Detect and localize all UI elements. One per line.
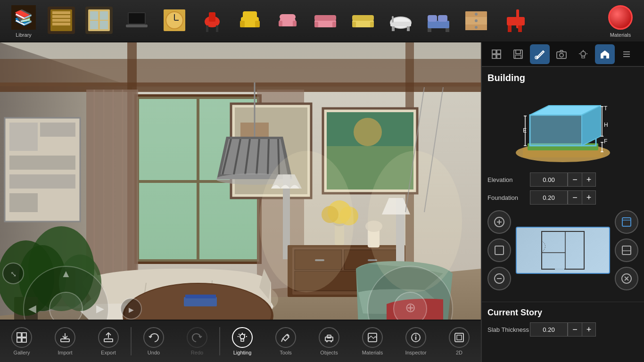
top-item-clock[interactable] [156, 2, 193, 40]
right-tab-light[interactable] [573, 44, 593, 64]
merge-story-button[interactable] [487, 267, 511, 290]
svg-rect-18 [209, 12, 215, 22]
svg-rect-179 [455, 333, 463, 342]
lighting-icon [232, 327, 253, 348]
right-tab-home[interactable] [595, 44, 615, 64]
top-item-materials[interactable]: Materials [602, 2, 639, 40]
right-tab-camera[interactable] [552, 44, 571, 64]
building-title: Building [487, 73, 638, 83]
svg-rect-9 [100, 21, 108, 29]
bottom-item-gallery[interactable]: Gallery [0, 322, 43, 360]
toolbar-divider-1 [131, 327, 132, 355]
svg-rect-80 [40, 123, 75, 137]
bottom-item-undo[interactable]: Undo [132, 322, 175, 360]
svg-rect-82 [9, 174, 75, 189]
bottom-item-inspector[interactable]: Inspector [395, 322, 437, 360]
right-tab-paint[interactable] [530, 44, 550, 64]
view-story-button[interactable] [487, 239, 511, 262]
slab-thickness-input[interactable] [530, 322, 568, 337]
bottom-item-tools[interactable]: Tools [264, 322, 307, 360]
svg-rect-161 [104, 339, 113, 342]
slab-thickness-plus-button[interactable]: + [582, 322, 596, 337]
delete-story-button[interactable] [615, 267, 638, 290]
add-story-button[interactable] [487, 210, 511, 234]
svg-point-90 [354, 118, 382, 146]
bottom-item-objects[interactable]: Objects [308, 322, 350, 360]
top-item-armchair-yellow[interactable] [231, 2, 269, 40]
right-tab-select[interactable] [487, 44, 506, 64]
svg-rect-20 [216, 25, 218, 32]
svg-rect-183 [492, 55, 496, 58]
top-item-sofa-pink[interactable] [306, 2, 344, 40]
top-item-chair-red[interactable] [193, 2, 231, 40]
floor-plan-thumbnail[interactable] [516, 227, 610, 274]
top-item-sofa-yellow[interactable] [344, 2, 382, 40]
elevation-minus-button[interactable]: − [568, 173, 582, 187]
svg-rect-23 [255, 21, 260, 27]
bottom-item-export[interactable]: Export [87, 322, 130, 360]
svg-text:▶: ▶ [129, 306, 134, 313]
tools-label: Tools [280, 350, 292, 355]
export-label: Export [101, 350, 116, 355]
top-toolbar: 📚 Library [0, 0, 644, 42]
bottom-item-import[interactable]: Import [44, 322, 86, 360]
svg-text:▲: ▲ [61, 268, 71, 280]
svg-rect-34 [352, 15, 374, 21]
svg-rect-81 [9, 156, 75, 170]
top-item-window[interactable] [80, 2, 118, 40]
svg-rect-38 [390, 22, 411, 26]
svg-text:⊕: ⊕ [405, 300, 416, 315]
2d-icon [449, 327, 470, 348]
top-item-library[interactable]: 📚 Library [5, 2, 42, 40]
svg-rect-187 [515, 55, 521, 58]
top-item-dresser[interactable] [457, 2, 495, 40]
svg-rect-57 [518, 25, 522, 32]
svg-point-191 [581, 51, 586, 56]
foundation-minus-button[interactable]: − [568, 190, 582, 205]
bottom-item-redo[interactable]: Redo [176, 322, 218, 360]
top-item-bathtub[interactable] [382, 2, 420, 40]
svg-text:E: E [523, 127, 527, 134]
bottom-item-lighting[interactable]: Lighting [221, 322, 264, 360]
settings-story-button[interactable] [615, 239, 638, 262]
building-diagram: T H E F [513, 89, 612, 167]
svg-rect-79 [9, 123, 38, 151]
right-panel: Building T H E [481, 42, 644, 362]
top-item-bookcase[interactable] [42, 2, 80, 40]
svg-rect-192 [582, 56, 585, 58]
svg-rect-83 [9, 193, 38, 212]
svg-point-52 [475, 19, 478, 22]
svg-rect-159 [61, 339, 69, 342]
top-item-laptop[interactable] [118, 2, 156, 40]
undo-label: Undo [148, 350, 160, 355]
scene-svg: ▲ ▼ ◀ ▶ ⊕ ⤡ ▶ [0, 42, 481, 362]
elevation-input[interactable] [530, 173, 568, 187]
top-item-chair-red2[interactable] [495, 2, 533, 40]
library-label: Library [16, 32, 32, 38]
bottom-item-2d[interactable]: 2D [438, 322, 480, 360]
top-item-chair-pink[interactable] [269, 2, 306, 40]
svg-rect-182 [497, 50, 501, 54]
right-tab-save[interactable] [508, 44, 528, 64]
svg-rect-45 [428, 28, 431, 32]
svg-rect-7 [100, 11, 108, 20]
foundation-input[interactable] [530, 190, 568, 205]
elevation-label: Elevation [487, 176, 530, 183]
svg-rect-155 [17, 333, 21, 337]
slab-thickness-minus-button[interactable]: − [568, 322, 582, 337]
svg-text:T: T [604, 105, 608, 112]
svg-rect-12 [126, 25, 148, 27]
bottom-item-materials[interactable]: Materials [351, 322, 394, 360]
elevation-plus-button[interactable]: + [582, 173, 596, 187]
svg-text:H: H [604, 122, 608, 128]
svg-line-170 [281, 338, 283, 342]
svg-rect-44 [438, 15, 447, 22]
materials-story-button[interactable] [615, 210, 638, 234]
svg-rect-66 [0, 59, 481, 82]
svg-rect-22 [240, 21, 245, 27]
svg-rect-157 [17, 338, 21, 342]
import-label: Import [58, 350, 72, 355]
foundation-plus-button[interactable]: + [582, 190, 596, 205]
right-tab-list[interactable] [617, 44, 636, 64]
top-item-bed[interactable] [420, 2, 457, 40]
